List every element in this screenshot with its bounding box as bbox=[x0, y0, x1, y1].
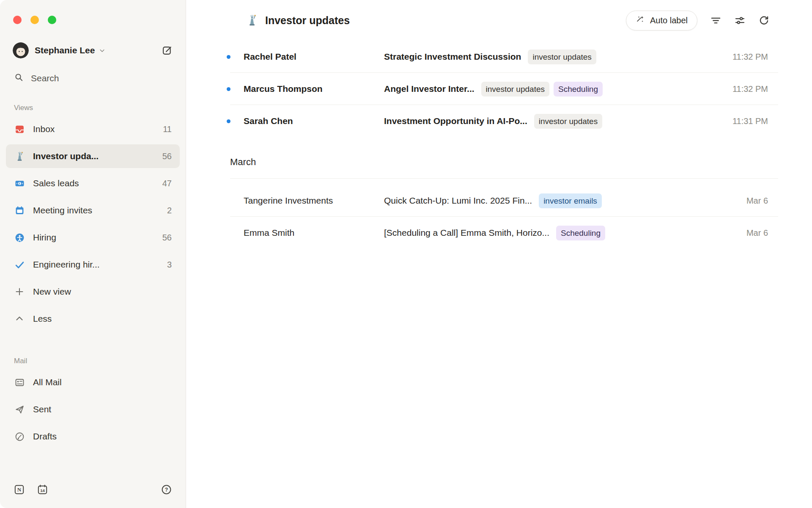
email-tag[interactable]: Scheduling bbox=[556, 226, 605, 240]
sidebar-item-drafts[interactable]: Drafts bbox=[6, 425, 180, 448]
sidebar-item-count: 3 bbox=[167, 260, 172, 270]
refresh-icon[interactable] bbox=[758, 15, 770, 26]
email-time: 11:32 PM bbox=[724, 84, 768, 94]
auto-label-icon bbox=[636, 15, 645, 26]
drafts-icon bbox=[14, 431, 25, 442]
email-row[interactable]: Marcus Thompson Angel Investor Inter... … bbox=[186, 73, 812, 105]
main-content: Investor updates Auto label bbox=[186, 0, 812, 508]
new-view-label: New view bbox=[33, 287, 71, 297]
email-time: Mar 6 bbox=[738, 228, 768, 238]
window-controls bbox=[0, 0, 186, 24]
email-sender: Sarah Chen bbox=[244, 116, 384, 126]
email-time: Mar 6 bbox=[738, 196, 768, 206]
app-window: Stephanie Lee Search Views bbox=[0, 0, 812, 508]
sidebar-item-label: Hiring bbox=[33, 232, 56, 243]
sidebar-item-sent[interactable]: Sent bbox=[6, 398, 180, 421]
email-row[interactable]: Sarah Chen Investment Opportunity in AI-… bbox=[186, 105, 812, 137]
email-sender: Marcus Thompson bbox=[244, 84, 384, 94]
sidebar-item-label: Sales leads bbox=[33, 178, 79, 188]
sidebar-item-count: 11 bbox=[163, 124, 172, 134]
header-actions: Auto label bbox=[626, 11, 770, 30]
sidebar-footer: N 14 ? bbox=[0, 471, 186, 508]
sidebar-item-sales-leads[interactable]: Sales leads 47 bbox=[6, 171, 180, 195]
paper-plane-icon bbox=[14, 404, 25, 415]
email-time: 11:32 PM bbox=[724, 52, 768, 62]
sidebar-item-count: 2 bbox=[167, 206, 172, 215]
less-button[interactable]: Less bbox=[6, 307, 180, 331]
sidebar-item-count: 56 bbox=[162, 152, 172, 161]
minimize-window-button[interactable] bbox=[30, 16, 39, 24]
new-view-button[interactable]: New view bbox=[6, 280, 180, 304]
notion-logo-icon[interactable]: N bbox=[14, 484, 25, 495]
sidebar-item-investor-updates[interactable]: Investor upda... 56 bbox=[6, 144, 180, 168]
search-label: Search bbox=[31, 73, 59, 83]
calendar-app-icon[interactable]: 14 bbox=[37, 484, 48, 495]
month-group-header: March bbox=[186, 137, 812, 179]
calendar-icon bbox=[14, 205, 25, 216]
statue-icon bbox=[246, 14, 258, 27]
less-label: Less bbox=[33, 314, 52, 324]
email-sender: Emma Smith bbox=[244, 228, 384, 238]
sidebar-item-all-mail[interactable]: All Mail bbox=[6, 370, 180, 394]
account-switcher[interactable]: Stephanie Lee bbox=[13, 40, 173, 61]
main-header: Investor updates Auto label bbox=[186, 0, 812, 41]
sidebar-item-label: Drafts bbox=[33, 431, 57, 442]
email-subject: Strategic Investment Discussion bbox=[384, 52, 521, 62]
page-title: Investor updates bbox=[265, 14, 350, 27]
views-nav: Inbox 11 Investor upda... 56 bbox=[0, 117, 186, 334]
email-list: Rachel Patel Strategic Investment Discus… bbox=[186, 41, 812, 508]
filter-icon[interactable] bbox=[710, 15, 721, 26]
display-settings-icon[interactable] bbox=[734, 15, 746, 26]
plus-icon bbox=[14, 286, 25, 297]
email-sender: Tangerine Investments bbox=[244, 196, 384, 206]
search-input[interactable]: Search bbox=[14, 72, 173, 84]
sidebar-item-label: Engineering hir... bbox=[33, 260, 100, 270]
zoom-window-button[interactable] bbox=[48, 16, 56, 24]
email-row[interactable]: Rachel Patel Strategic Investment Discus… bbox=[186, 41, 812, 73]
search-icon bbox=[14, 72, 24, 84]
inbox-icon bbox=[14, 124, 25, 135]
email-tag[interactable]: Scheduling bbox=[554, 82, 603, 97]
sidebar-item-label: Sent bbox=[33, 404, 51, 414]
mail-section-label: Mail bbox=[14, 357, 186, 365]
help-glyph: ? bbox=[165, 487, 168, 493]
all-mail-icon bbox=[14, 377, 25, 388]
sidebar-item-label: Meeting invites bbox=[33, 205, 92, 215]
sidebar-item-hiring[interactable]: Hiring 56 bbox=[6, 226, 180, 249]
checkmark-icon bbox=[14, 259, 25, 270]
unread-dot bbox=[227, 119, 244, 123]
unread-dot bbox=[227, 87, 244, 91]
email-subject: [Scheduling a Call] Emma Smith, Horizo..… bbox=[384, 228, 549, 238]
email-row[interactable]: Tangerine Investments Quick Catch-Up: Lu… bbox=[186, 185, 812, 217]
sidebar-item-label: Inbox bbox=[33, 124, 55, 134]
mail-nav: All Mail Sent Drafts bbox=[0, 370, 186, 452]
email-tag[interactable]: investor updates bbox=[534, 114, 602, 129]
email-row[interactable]: Emma Smith [Scheduling a Call] Emma Smit… bbox=[186, 217, 812, 249]
chevron-down-icon[interactable] bbox=[99, 47, 106, 54]
views-section-label: Views bbox=[14, 104, 186, 112]
person-icon bbox=[14, 232, 25, 243]
unread-dot bbox=[227, 55, 244, 59]
compose-icon[interactable] bbox=[162, 45, 173, 56]
sidebar-item-count: 56 bbox=[162, 233, 172, 243]
auto-label-label: Auto label bbox=[650, 16, 688, 25]
sidebar-item-label: All Mail bbox=[33, 377, 62, 387]
email-subject: Quick Catch-Up: Lumi Inc. 2025 Fin... bbox=[384, 196, 532, 206]
email-tag[interactable]: investor updates bbox=[481, 82, 549, 97]
banknote-icon bbox=[14, 178, 25, 189]
sidebar-item-inbox[interactable]: Inbox 11 bbox=[6, 117, 180, 141]
email-tag[interactable]: investor updates bbox=[528, 50, 596, 64]
email-time: 11:31 PM bbox=[724, 116, 768, 126]
auto-label-button[interactable]: Auto label bbox=[626, 11, 697, 30]
sidebar-item-engineering-hiring[interactable]: Engineering hir... 3 bbox=[6, 253, 180, 276]
close-window-button[interactable] bbox=[13, 16, 22, 24]
calendar-day-glyph: 14 bbox=[40, 488, 45, 492]
email-subject: Angel Investor Inter... bbox=[384, 84, 475, 94]
chevron-up-icon bbox=[14, 313, 25, 324]
user-name: Stephanie Lee bbox=[35, 45, 95, 55]
email-tag[interactable]: investor emails bbox=[539, 193, 602, 208]
sidebar-item-meeting-invites[interactable]: Meeting invites 2 bbox=[6, 199, 180, 222]
sidebar-item-label: Investor upda... bbox=[33, 151, 99, 161]
notion-n-glyph: N bbox=[17, 486, 22, 493]
help-icon[interactable]: ? bbox=[161, 484, 172, 495]
